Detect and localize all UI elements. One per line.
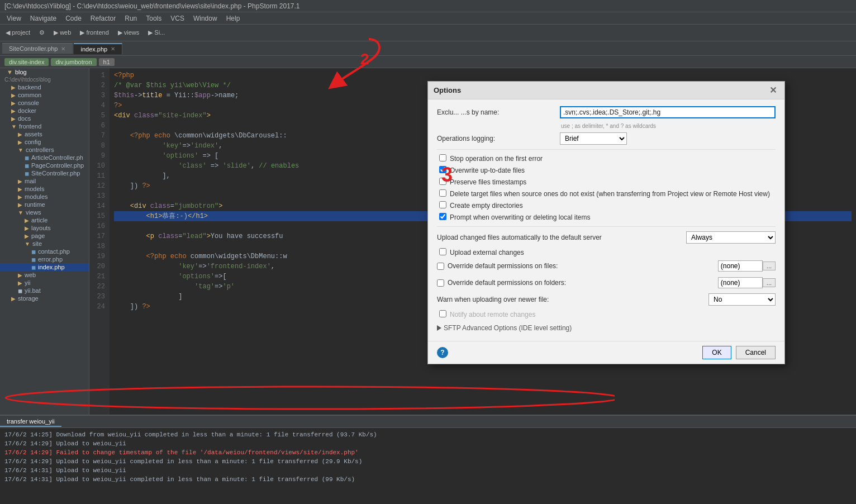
exclude-hint: use ; as delimiter, * and ? as wildcards [561,123,776,129]
folder-icon: ▶ [25,233,29,239]
breadcrumb-jumbotron[interactable]: div.jumbotron [51,58,96,66]
menu-view[interactable]: View [2,13,26,23]
tab-site-controller[interactable]: SiteController.php ✕ [2,43,73,54]
sidebar-item-yii-folder[interactable]: ▶ yii [0,279,89,287]
menu-code[interactable]: Code [61,13,86,23]
checkbox-prompt-overwrite-label: Prompt when overwriting or deleting loca… [450,213,590,222]
upload-auto-label: Upload changed files automatically to th… [437,234,686,241]
sidebar-item-error[interactable]: ◼ error.php [0,255,89,263]
sidebar-item-config[interactable]: ▶ config [0,138,89,146]
folder-icon: ▶ [18,194,22,200]
sftp-advanced-section[interactable]: SFTP Advanced Options (IDE level setting… [437,322,776,334]
sidebar-item-article[interactable]: ▶ article [0,216,89,224]
sidebar-item-web[interactable]: ▶ web [0,271,89,279]
sidebar-item-common[interactable]: ▶ common [0,91,89,99]
toolbar-gear[interactable]: ⚙ [36,28,48,37]
sidebar-item-views[interactable]: ▼ views [0,208,89,216]
menu-run[interactable]: Run [120,13,141,23]
checkbox-override-files-input[interactable] [437,263,444,270]
toolbar-si[interactable]: ▶ Si... [145,28,168,37]
override-files-more-btn[interactable]: ... [763,261,776,270]
checkbox-empty-dirs-label: Create empty directories [450,201,523,210]
toolbar-frontend[interactable]: ▶ frontend [77,28,112,37]
tab-index-php[interactable]: index.php ✕ [74,43,122,54]
sidebar-item-layouts[interactable]: ▶ layouts [0,224,89,232]
checkbox-overwrite-input[interactable] [439,166,446,173]
tab-index-php-label: index.php [80,46,107,53]
dialog-titlebar: Options ✕ [428,82,784,99]
help-button[interactable]: ? [437,347,448,358]
sidebar-item-frontend[interactable]: ▼ frontend [0,122,89,130]
sidebar-item-article-controller[interactable]: ◼ ArticleController.ph [0,154,89,161]
breadcrumb-h1[interactable]: h1 [99,58,115,66]
folder-icon: ▶ [25,225,29,231]
toolbar-views[interactable]: ▶ views [115,28,143,37]
title-text: [C:\dev\htdocs\Yiiblog] - C:\dev\htdocs\… [4,2,300,10]
checkbox-stop-error-input[interactable] [439,154,446,161]
toolbar-project[interactable]: ◀ project [2,28,34,37]
sftp-label: SFTP Advanced Options (IDE level setting… [444,324,572,332]
folder-icon: ▶ [18,280,22,286]
sidebar-item-mail[interactable]: ▶ mail [0,177,89,185]
checkbox-upload-external-input[interactable] [439,248,446,255]
tab-transfer[interactable]: transfer weiou_yii [0,417,61,427]
sidebar-item-site-controller[interactable]: ◼ SiteController.php [0,169,89,177]
checkbox-override-folders-input[interactable] [437,279,444,287]
sidebar-item-site[interactable]: ▼ site [0,240,89,248]
checkbox-prompt-overwrite-input[interactable] [439,213,446,220]
exclude-input[interactable] [560,106,776,118]
cancel-button[interactable]: Cancel [736,346,776,359]
menu-vcs[interactable]: VCS [166,13,189,23]
breadcrumb: div.site-index div.jumbotron h1 [0,56,856,68]
folder-icon: ▶ [11,84,16,91]
menu-navigate[interactable]: Navigate [26,13,61,23]
tabs-row: SiteController.php ✕ index.php ✕ [0,41,856,56]
menu-window[interactable]: Window [189,13,222,23]
sidebar-item-storage[interactable]: ▶ storage [0,294,89,302]
sidebar-project-label: ▼ blog [0,68,89,76]
checkbox-delete-target-input[interactable] [439,189,446,197]
checkbox-timestamps-input[interactable] [439,178,446,185]
folder-icon: ▶ [18,131,22,137]
override-folders-more-btn[interactable]: ... [763,278,776,287]
sidebar-item-models[interactable]: ▶ models [0,185,89,193]
warn-newer-select[interactable]: No Yes [708,293,776,306]
checkbox-notify-remote-input[interactable] [439,310,446,317]
sidebar-item-docs[interactable]: ▶ docs [0,115,89,122]
checkbox-empty-dirs-input[interactable] [439,201,446,208]
project-folder-icon: ▼ [7,69,13,75]
sidebar-item-runtime[interactable]: ▶ runtime [0,201,89,208]
sidebar-item-page[interactable]: ▶ page [0,232,89,240]
menu-help[interactable]: Help [222,13,245,23]
override-folders-input[interactable] [718,277,763,288]
sidebar-item-index-php[interactable]: ◼ index.php [0,263,89,271]
ok-button[interactable]: OK [702,346,731,359]
checkbox-prompt-overwrite: Prompt when overwriting or deleting loca… [437,213,776,222]
operations-logging-select[interactable]: Brief Verbose [560,132,627,145]
log-line-2: 17/6/2 14:29] Upload to weiou_yii [4,439,852,448]
sidebar-item-assets[interactable]: ▶ assets [0,130,89,138]
sidebar-item-backend[interactable]: ▶ backend [0,83,89,91]
menu-tools[interactable]: Tools [141,13,166,23]
tab-index-php-close[interactable]: ✕ [111,46,115,52]
sidebar-item-contact[interactable]: ◼ contact.php [0,248,89,255]
toolbar-web[interactable]: ▶ web [50,28,74,37]
sidebar-item-yii-bat[interactable]: ◼ yii.bat [0,287,89,294]
upload-auto-select[interactable]: Always Never On explicit save action [686,231,776,244]
menu-refactor[interactable]: Refactor [86,13,120,23]
sidebar-item-docker[interactable]: ▶ docker [0,107,89,115]
sidebar-project-name: blog [15,69,27,75]
sidebar-item-console[interactable]: ▶ console [0,99,89,107]
folder-icon: ▶ [25,217,29,224]
override-files-input[interactable] [718,260,763,272]
tab-site-controller-close[interactable]: ✕ [61,46,65,52]
breadcrumb-site-index[interactable]: div.site-index [4,58,49,66]
checkbox-timestamps-label: Preserve files timestamps [450,178,526,187]
folder-icon: ▶ [18,139,22,145]
sidebar-item-controllers[interactable]: ▼ controllers [0,146,89,154]
sidebar-item-page-controller[interactable]: ◼ PageController.php [0,161,89,169]
sidebar-item-modules[interactable]: ▶ modules [0,193,89,201]
checkbox-stop-error: Stop operation on the first error [437,154,776,163]
dialog-close-button[interactable]: ✕ [767,85,779,96]
php-file-icon: ◼ [25,163,29,169]
